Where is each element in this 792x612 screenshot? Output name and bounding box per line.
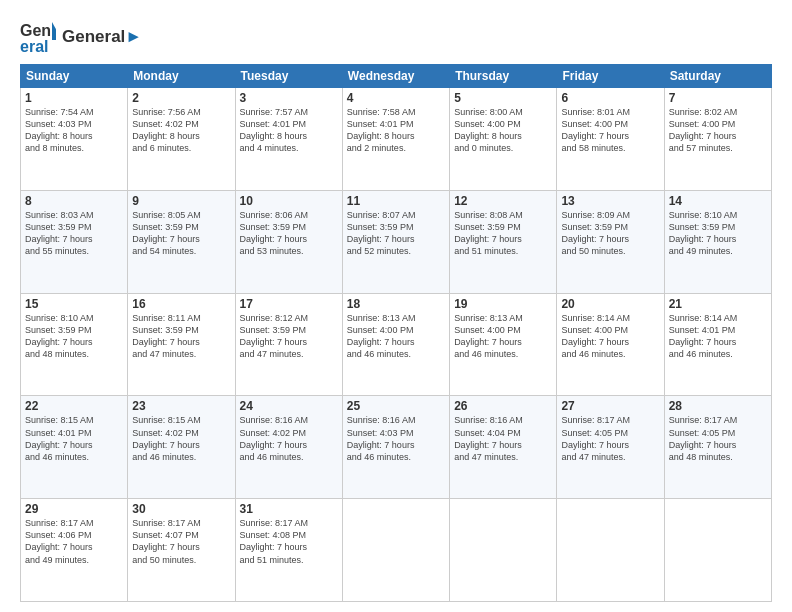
day-info: Sunrise: 8:16 AM Sunset: 4:02 PM Dayligh… (240, 414, 338, 463)
calendar-week-5: 29Sunrise: 8:17 AM Sunset: 4:06 PM Dayli… (21, 499, 772, 602)
day-number: 2 (132, 91, 230, 105)
calendar-cell: 4Sunrise: 7:58 AM Sunset: 4:01 PM Daylig… (342, 88, 449, 191)
weekday-header-friday: Friday (557, 65, 664, 88)
day-info: Sunrise: 8:03 AM Sunset: 3:59 PM Dayligh… (25, 209, 123, 258)
day-number: 1 (25, 91, 123, 105)
calendar-cell: 25Sunrise: 8:16 AM Sunset: 4:03 PM Dayli… (342, 396, 449, 499)
day-number: 8 (25, 194, 123, 208)
day-number: 21 (669, 297, 767, 311)
calendar-cell: 2Sunrise: 7:56 AM Sunset: 4:02 PM Daylig… (128, 88, 235, 191)
day-number: 13 (561, 194, 659, 208)
day-info: Sunrise: 8:01 AM Sunset: 4:00 PM Dayligh… (561, 106, 659, 155)
day-info: Sunrise: 7:56 AM Sunset: 4:02 PM Dayligh… (132, 106, 230, 155)
calendar-cell: 31Sunrise: 8:17 AM Sunset: 4:08 PM Dayli… (235, 499, 342, 602)
day-number: 5 (454, 91, 552, 105)
day-info: Sunrise: 8:17 AM Sunset: 4:06 PM Dayligh… (25, 517, 123, 566)
day-info: Sunrise: 8:15 AM Sunset: 4:02 PM Dayligh… (132, 414, 230, 463)
header: Gen eral General► (20, 18, 772, 56)
day-number: 29 (25, 502, 123, 516)
calendar-cell: 18Sunrise: 8:13 AM Sunset: 4:00 PM Dayli… (342, 293, 449, 396)
calendar-cell: 19Sunrise: 8:13 AM Sunset: 4:00 PM Dayli… (450, 293, 557, 396)
weekday-header-wednesday: Wednesday (342, 65, 449, 88)
day-number: 11 (347, 194, 445, 208)
calendar-cell: 24Sunrise: 8:16 AM Sunset: 4:02 PM Dayli… (235, 396, 342, 499)
day-info: Sunrise: 8:11 AM Sunset: 3:59 PM Dayligh… (132, 312, 230, 361)
day-info: Sunrise: 8:10 AM Sunset: 3:59 PM Dayligh… (669, 209, 767, 258)
day-number: 10 (240, 194, 338, 208)
weekday-header-sunday: Sunday (21, 65, 128, 88)
calendar-cell (342, 499, 449, 602)
day-info: Sunrise: 8:10 AM Sunset: 3:59 PM Dayligh… (25, 312, 123, 361)
calendar-cell: 30Sunrise: 8:17 AM Sunset: 4:07 PM Dayli… (128, 499, 235, 602)
day-number: 27 (561, 399, 659, 413)
calendar-cell (450, 499, 557, 602)
calendar-cell: 7Sunrise: 8:02 AM Sunset: 4:00 PM Daylig… (664, 88, 771, 191)
day-number: 14 (669, 194, 767, 208)
day-number: 25 (347, 399, 445, 413)
calendar-week-3: 15Sunrise: 8:10 AM Sunset: 3:59 PM Dayli… (21, 293, 772, 396)
svg-text:Gen: Gen (20, 22, 51, 39)
calendar-week-4: 22Sunrise: 8:15 AM Sunset: 4:01 PM Dayli… (21, 396, 772, 499)
day-number: 12 (454, 194, 552, 208)
calendar-week-2: 8Sunrise: 8:03 AM Sunset: 3:59 PM Daylig… (21, 190, 772, 293)
day-info: Sunrise: 8:08 AM Sunset: 3:59 PM Dayligh… (454, 209, 552, 258)
day-info: Sunrise: 8:16 AM Sunset: 4:04 PM Dayligh… (454, 414, 552, 463)
day-number: 19 (454, 297, 552, 311)
logo-text: General► (62, 28, 142, 47)
calendar-cell: 8Sunrise: 8:03 AM Sunset: 3:59 PM Daylig… (21, 190, 128, 293)
day-number: 30 (132, 502, 230, 516)
calendar-cell: 10Sunrise: 8:06 AM Sunset: 3:59 PM Dayli… (235, 190, 342, 293)
day-number: 7 (669, 91, 767, 105)
calendar-cell: 16Sunrise: 8:11 AM Sunset: 3:59 PM Dayli… (128, 293, 235, 396)
calendar-cell: 28Sunrise: 8:17 AM Sunset: 4:05 PM Dayli… (664, 396, 771, 499)
calendar-cell (557, 499, 664, 602)
day-number: 6 (561, 91, 659, 105)
day-number: 20 (561, 297, 659, 311)
day-number: 24 (240, 399, 338, 413)
calendar-cell: 3Sunrise: 7:57 AM Sunset: 4:01 PM Daylig… (235, 88, 342, 191)
day-info: Sunrise: 8:05 AM Sunset: 3:59 PM Dayligh… (132, 209, 230, 258)
calendar-cell: 11Sunrise: 8:07 AM Sunset: 3:59 PM Dayli… (342, 190, 449, 293)
day-info: Sunrise: 7:54 AM Sunset: 4:03 PM Dayligh… (25, 106, 123, 155)
calendar-cell: 6Sunrise: 8:01 AM Sunset: 4:00 PM Daylig… (557, 88, 664, 191)
calendar-cell: 20Sunrise: 8:14 AM Sunset: 4:00 PM Dayli… (557, 293, 664, 396)
calendar-cell: 26Sunrise: 8:16 AM Sunset: 4:04 PM Dayli… (450, 396, 557, 499)
day-info: Sunrise: 8:07 AM Sunset: 3:59 PM Dayligh… (347, 209, 445, 258)
day-info: Sunrise: 7:58 AM Sunset: 4:01 PM Dayligh… (347, 106, 445, 155)
svg-text:eral: eral (20, 38, 48, 55)
day-number: 3 (240, 91, 338, 105)
day-info: Sunrise: 8:15 AM Sunset: 4:01 PM Dayligh… (25, 414, 123, 463)
calendar-cell: 1Sunrise: 7:54 AM Sunset: 4:03 PM Daylig… (21, 88, 128, 191)
logo-icon: Gen eral (20, 18, 56, 56)
day-number: 18 (347, 297, 445, 311)
svg-marker-2 (52, 22, 56, 40)
day-info: Sunrise: 8:17 AM Sunset: 4:05 PM Dayligh… (561, 414, 659, 463)
day-info: Sunrise: 8:06 AM Sunset: 3:59 PM Dayligh… (240, 209, 338, 258)
weekday-header-tuesday: Tuesday (235, 65, 342, 88)
day-info: Sunrise: 8:00 AM Sunset: 4:00 PM Dayligh… (454, 106, 552, 155)
day-number: 23 (132, 399, 230, 413)
day-info: Sunrise: 8:12 AM Sunset: 3:59 PM Dayligh… (240, 312, 338, 361)
day-info: Sunrise: 7:57 AM Sunset: 4:01 PM Dayligh… (240, 106, 338, 155)
calendar-cell: 29Sunrise: 8:17 AM Sunset: 4:06 PM Dayli… (21, 499, 128, 602)
weekday-header-monday: Monday (128, 65, 235, 88)
calendar-cell: 27Sunrise: 8:17 AM Sunset: 4:05 PM Dayli… (557, 396, 664, 499)
day-number: 9 (132, 194, 230, 208)
calendar-cell: 21Sunrise: 8:14 AM Sunset: 4:01 PM Dayli… (664, 293, 771, 396)
weekday-header-thursday: Thursday (450, 65, 557, 88)
calendar-cell: 13Sunrise: 8:09 AM Sunset: 3:59 PM Dayli… (557, 190, 664, 293)
day-info: Sunrise: 8:14 AM Sunset: 4:00 PM Dayligh… (561, 312, 659, 361)
day-info: Sunrise: 8:09 AM Sunset: 3:59 PM Dayligh… (561, 209, 659, 258)
day-info: Sunrise: 8:16 AM Sunset: 4:03 PM Dayligh… (347, 414, 445, 463)
calendar-cell: 9Sunrise: 8:05 AM Sunset: 3:59 PM Daylig… (128, 190, 235, 293)
day-info: Sunrise: 8:17 AM Sunset: 4:07 PM Dayligh… (132, 517, 230, 566)
logo-general: General► (62, 28, 142, 47)
day-info: Sunrise: 8:17 AM Sunset: 4:05 PM Dayligh… (669, 414, 767, 463)
calendar-cell: 5Sunrise: 8:00 AM Sunset: 4:00 PM Daylig… (450, 88, 557, 191)
day-info: Sunrise: 8:13 AM Sunset: 4:00 PM Dayligh… (347, 312, 445, 361)
calendar-cell: 17Sunrise: 8:12 AM Sunset: 3:59 PM Dayli… (235, 293, 342, 396)
day-number: 15 (25, 297, 123, 311)
calendar-cell: 12Sunrise: 8:08 AM Sunset: 3:59 PM Dayli… (450, 190, 557, 293)
calendar-week-1: 1Sunrise: 7:54 AM Sunset: 4:03 PM Daylig… (21, 88, 772, 191)
day-number: 22 (25, 399, 123, 413)
